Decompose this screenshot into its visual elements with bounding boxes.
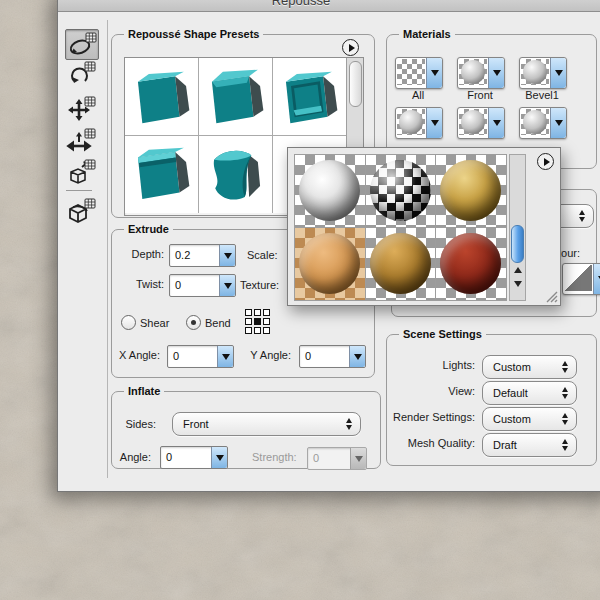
render-settings-value: Custom: [493, 408, 531, 430]
x-angle-value: 0: [173, 346, 179, 367]
material-picker-popup: [287, 147, 561, 306]
angle-label: Angle:: [115, 451, 151, 463]
dialog-titlebar[interactable]: Repoussé: [58, 0, 600, 12]
twist-label: Twist:: [122, 278, 164, 290]
material-slot-front[interactable]: [457, 57, 505, 89]
presets-flyout-button[interactable]: [342, 39, 359, 56]
shear-radio[interactable]: [121, 315, 136, 330]
twist-combo[interactable]: 0: [169, 274, 236, 297]
preset-extrude-cube[interactable]: [125, 58, 198, 135]
stepper-arrows-icon: [562, 387, 568, 399]
roll-3d-mesh-tool-button[interactable]: [65, 59, 97, 88]
y-angle-dropdown-button[interactable]: [349, 346, 365, 367]
material-cell[interactable]: [366, 228, 436, 300]
material-dropdown-button[interactable]: [488, 58, 504, 88]
preset-inset-bevel-cube[interactable]: [273, 58, 346, 135]
x-angle-label: X Angle:: [114, 349, 160, 361]
transparency-checker-icon: [397, 59, 425, 85]
mesh-constraint-tool-button[interactable]: [65, 196, 97, 225]
y-angle-combo[interactable]: 0: [299, 345, 366, 368]
depth-dropdown-button[interactable]: [219, 245, 235, 266]
material-sphere-icon: [461, 60, 485, 84]
material-slot-4[interactable]: [395, 107, 443, 139]
view-label: View:: [387, 385, 475, 397]
slide-3d-mesh-tool-button[interactable]: [65, 126, 97, 155]
scroll-up-arrow-icon[interactable]: [514, 267, 522, 273]
slide-3d-mesh-icon: [66, 127, 96, 155]
pan-3d-mesh-tool-button[interactable]: [65, 94, 97, 123]
mesh-quality-popup-menu[interactable]: Draft: [482, 433, 577, 457]
stepper-arrows-icon: [579, 210, 585, 222]
dropdown-arrow-icon: [355, 456, 363, 462]
material-dropdown-button[interactable]: [488, 108, 504, 138]
preset-bevel-cube[interactable]: [199, 58, 272, 135]
scale-3d-mesh-tool-button[interactable]: [65, 157, 97, 186]
contour-thumb-icon: [564, 265, 592, 291]
contour-swatch[interactable]: [562, 263, 600, 295]
checker-material-icon: [370, 160, 431, 221]
sides-value: Front: [183, 413, 209, 435]
strength-combo: 0: [307, 447, 367, 470]
lights-popup-menu[interactable]: Custom: [482, 355, 577, 379]
presets-scroll-thumb[interactable]: [349, 61, 362, 107]
picker-flyout-button[interactable]: [537, 153, 554, 170]
material-dropdown-button[interactable]: [426, 58, 442, 88]
render-settings-label: Render Settings:: [387, 411, 475, 423]
material-slot-all[interactable]: [395, 57, 443, 89]
material-cell[interactable]: [436, 228, 506, 300]
material-cell[interactable]: [295, 155, 365, 227]
material-slot-6[interactable]: [519, 107, 567, 139]
y-angle-label: Y Angle:: [245, 349, 291, 361]
picker-scrollbar[interactable]: [509, 154, 526, 301]
material-slot-bevel1[interactable]: [519, 57, 567, 89]
flyout-arrow-icon: [544, 158, 550, 166]
preset-twist-cube[interactable]: [199, 136, 272, 213]
tool-divider: [66, 190, 92, 191]
inflate-label: Inflate: [124, 385, 164, 397]
scene-settings-group: Scene Settings Lights: Custom View: Defa…: [386, 334, 597, 466]
material-dropdown-button[interactable]: [426, 108, 442, 138]
render-settings-popup-menu[interactable]: Custom: [482, 407, 577, 431]
bend-radio-label: Bend: [205, 317, 231, 329]
x-angle-combo[interactable]: 0: [167, 345, 234, 368]
contour-dropdown-button[interactable]: [593, 264, 600, 294]
material-cell[interactable]: [366, 155, 436, 227]
bend-radio[interactable]: [186, 315, 201, 330]
depth-combo[interactable]: 0.2: [169, 244, 236, 267]
view-popup-menu[interactable]: Default: [482, 381, 577, 405]
angle-dropdown-button[interactable]: [211, 447, 227, 468]
material-slot-5[interactable]: [457, 107, 505, 139]
angle-combo[interactable]: 0: [160, 446, 228, 469]
depth-value: 0.2: [175, 245, 190, 266]
dropdown-arrow-icon: [431, 120, 439, 126]
dropdown-arrow-icon: [555, 70, 563, 76]
reference-point-grid[interactable]: [245, 309, 270, 334]
preset-step-bevel-cube[interactable]: [125, 136, 198, 213]
material-picker-grid: [294, 154, 507, 301]
sides-popup-menu[interactable]: Front: [172, 412, 361, 436]
material-slot-label: Front: [450, 89, 510, 101]
material-cell[interactable]: [436, 155, 506, 227]
rotate-3d-mesh-icon: [67, 31, 97, 59]
x-angle-dropdown-button[interactable]: [217, 346, 233, 367]
flyout-arrow-icon: [349, 44, 355, 52]
dropdown-arrow-icon: [216, 455, 224, 461]
twist-dropdown-button[interactable]: [219, 275, 235, 296]
stepper-arrows-icon: [562, 413, 568, 425]
rotate-3d-mesh-tool-button[interactable]: [65, 29, 99, 60]
materials-label: Materials: [399, 28, 455, 40]
scroll-down-arrow-icon[interactable]: [514, 281, 522, 287]
angle-value: 0: [166, 447, 172, 468]
view-value: Default: [493, 382, 528, 404]
dropdown-arrow-icon: [222, 354, 230, 360]
material-dropdown-button[interactable]: [550, 108, 566, 138]
material-dropdown-button[interactable]: [550, 58, 566, 88]
material-sphere-icon: [461, 110, 485, 134]
twist-value: 0: [175, 275, 181, 296]
resize-grip-icon[interactable]: [544, 289, 558, 303]
material-cell[interactable]: [295, 228, 365, 300]
dropdown-arrow-icon: [224, 283, 232, 289]
material-sphere-icon: [523, 110, 547, 134]
picker-scroll-thumb[interactable]: [511, 225, 524, 263]
shape-presets-label: Repoussé Shape Presets: [124, 28, 263, 40]
